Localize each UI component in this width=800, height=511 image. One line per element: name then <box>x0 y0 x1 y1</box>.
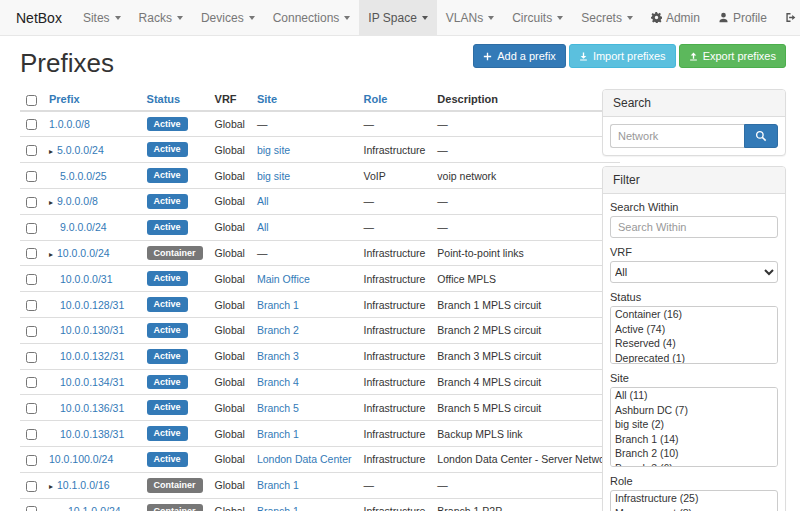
nav-item-ip-space[interactable]: IP Space <box>359 0 436 35</box>
row-checkbox[interactable] <box>26 300 37 311</box>
select-all-checkbox[interactable] <box>26 95 37 106</box>
status-badge: Active <box>147 271 188 286</box>
prefix-link[interactable]: 10.0.0.130/31 <box>60 324 124 336</box>
vrf-select[interactable]: All <box>610 261 778 283</box>
search-button[interactable] <box>744 124 778 148</box>
role-cell: Infrastructure <box>358 343 432 369</box>
site-link[interactable]: Branch 1 <box>257 428 299 440</box>
prefix-link[interactable]: 5.0.0.0/24 <box>57 144 104 156</box>
nav-item-circuits[interactable]: Circuits <box>503 0 572 35</box>
nav-item-admin[interactable]: Admin <box>642 0 709 35</box>
listbox-option[interactable]: Branch 3 (6) <box>611 461 777 467</box>
listbox-option[interactable]: Deprecated (1) <box>611 351 777 364</box>
column-header-site: Site <box>251 89 358 111</box>
nav-item-profile[interactable]: Profile <box>709 0 776 35</box>
site-link[interactable]: London Data Center <box>257 453 352 465</box>
listbox-option[interactable]: Branch 2 (10) <box>611 446 777 461</box>
search-input[interactable] <box>610 124 744 148</box>
prefix-link[interactable]: 10.0.0.0/24 <box>57 247 110 259</box>
sort-link-site[interactable]: Site <box>257 93 277 105</box>
brand-link[interactable]: NetBox <box>10 0 74 35</box>
search-within-input[interactable] <box>610 216 778 238</box>
site-link[interactable]: Branch 3 <box>257 350 299 362</box>
row-checkbox[interactable] <box>26 248 37 259</box>
sort-link-status[interactable]: Status <box>147 93 181 105</box>
row-checkbox[interactable] <box>26 145 37 156</box>
prefix-link[interactable]: 10.0.0.136/31 <box>60 402 124 414</box>
row-checkbox[interactable] <box>26 197 37 208</box>
site-link[interactable]: Branch 1 <box>257 299 299 311</box>
expand-arrow-icon: ▸ <box>49 250 53 259</box>
status-listbox[interactable]: Container (16)Active (74)Reserved (4)Dep… <box>610 306 778 364</box>
description-cell: Branch 1 MPLS circuit <box>431 292 619 318</box>
row-checkbox[interactable] <box>26 223 37 234</box>
prefix-link[interactable]: 10.0.0.0/31 <box>60 273 113 285</box>
prefix-link[interactable]: 9.0.0.0/24 <box>60 221 107 233</box>
prefix-link[interactable]: 5.0.0.0/25 <box>60 170 107 182</box>
prefix-link[interactable]: 9.0.0.0/8 <box>57 195 98 207</box>
expand-arrow-icon: ▸ <box>49 198 53 207</box>
button-label: Import prefixes <box>593 49 666 63</box>
role-cell: Infrastructure <box>358 240 432 266</box>
site-link[interactable]: Branch 2 <box>257 324 299 336</box>
prefix-link[interactable]: 10.0.0.128/31 <box>60 299 124 311</box>
listbox-option[interactable]: Management (8) <box>611 506 777 511</box>
nav-item-devices[interactable]: Devices <box>192 0 264 35</box>
row-checkbox[interactable] <box>26 481 37 492</box>
listbox-option[interactable]: big site (2) <box>611 417 777 432</box>
nav-item-log-out[interactable]: Log out <box>776 0 800 35</box>
site-listbox[interactable]: All (11)Ashburn DC (7)big site (2)Branch… <box>610 387 778 467</box>
row-select-cell <box>20 498 43 511</box>
site-link[interactable]: Branch 4 <box>257 376 299 388</box>
row-checkbox[interactable] <box>26 377 37 388</box>
user-icon <box>718 12 729 23</box>
site-link[interactable]: Branch 1 <box>257 479 299 491</box>
row-checkbox[interactable] <box>26 326 37 337</box>
listbox-option[interactable]: Infrastructure (25) <box>611 491 777 506</box>
nav-item-sites[interactable]: Sites <box>74 0 130 35</box>
site-link[interactable]: Branch 5 <box>257 402 299 414</box>
row-checkbox[interactable] <box>26 506 37 511</box>
listbox-option[interactable]: Reserved (4) <box>611 336 777 351</box>
nav-item-racks[interactable]: Racks <box>130 0 192 35</box>
sort-link-prefix[interactable]: Prefix <box>49 93 80 105</box>
listbox-option[interactable]: All (11) <box>611 388 777 403</box>
nav-item-secrets[interactable]: Secrets <box>572 0 642 35</box>
listbox-option[interactable]: Active (74) <box>611 322 777 337</box>
prefix-link[interactable]: 10.1.0.0/24 <box>68 505 121 511</box>
prefix-link[interactable]: 10.0.0.132/31 <box>60 350 124 362</box>
export-prefixes-button[interactable]: Export prefixes <box>679 44 786 68</box>
import-prefixes-button[interactable]: Import prefixes <box>569 44 676 68</box>
row-checkbox[interactable] <box>26 455 37 466</box>
role-listbox[interactable]: Infrastructure (25)Management (8)Private… <box>610 490 778 511</box>
site-link[interactable]: All <box>257 195 269 207</box>
row-checkbox[interactable] <box>26 429 37 440</box>
listbox-option[interactable]: Container (16) <box>611 307 777 322</box>
add-a-prefix-button[interactable]: Add a prefix <box>473 44 566 68</box>
row-checkbox[interactable] <box>26 119 37 130</box>
site-link[interactable]: Main Office <box>257 273 310 285</box>
row-checkbox[interactable] <box>26 403 37 414</box>
site-link[interactable]: big site <box>257 144 290 156</box>
sort-link-role[interactable]: Role <box>364 93 388 105</box>
row-checkbox[interactable] <box>26 171 37 182</box>
row-checkbox[interactable] <box>26 352 37 363</box>
row-select-cell <box>20 163 43 189</box>
prefix-link[interactable]: 1.0.0.0/8 <box>49 118 90 130</box>
listbox-option[interactable]: Branch 1 (14) <box>611 432 777 447</box>
prefix-link[interactable]: 10.0.0.138/31 <box>60 428 124 440</box>
listbox-option[interactable]: Ashburn DC (7) <box>611 403 777 418</box>
status-badge: Active <box>147 117 188 132</box>
prefix-link[interactable]: 10.1.0.0/16 <box>57 479 110 491</box>
site-link[interactable]: Branch 1 <box>257 505 299 511</box>
nav-item-connections[interactable]: Connections <box>264 0 360 35</box>
status-cell: Active <box>141 343 209 369</box>
row-checkbox[interactable] <box>26 274 37 285</box>
site-link[interactable]: All <box>257 221 269 233</box>
prefix-link[interactable]: 10.0.0.134/31 <box>60 376 124 388</box>
prefix-link[interactable]: 10.0.100.0/24 <box>49 453 113 465</box>
site-link[interactable]: big site <box>257 170 290 182</box>
expand-arrow-icon: ▸ <box>60 508 64 511</box>
prefix-row: 10.0.0.136/31ActiveGlobalBranch 5Infrast… <box>20 395 620 421</box>
nav-item-vlans[interactable]: VLANs <box>437 0 503 35</box>
